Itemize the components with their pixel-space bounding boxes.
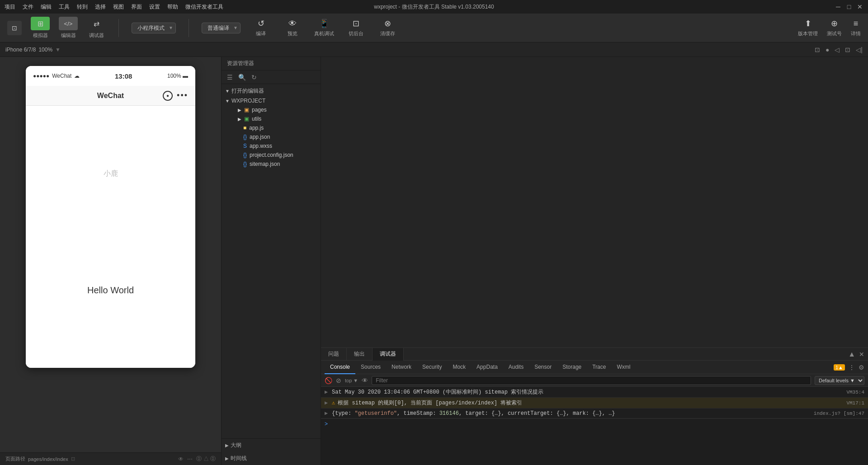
mode-selector[interactable]: 小程序模式: [132, 23, 176, 33]
phone-nav-bar: WeChat ● •••: [26, 86, 195, 106]
context-selector[interactable]: top ▼: [345, 378, 358, 383]
console-link-2[interactable]: VM17:1: [846, 400, 864, 406]
mode-selector-wrap[interactable]: 小程序模式: [132, 23, 176, 33]
back-icon[interactable]: ◁: [835, 46, 840, 53]
left-panel-icon[interactable]: ◁|: [856, 46, 863, 53]
phone-nav-title: WeChat: [97, 92, 124, 100]
wxml-tab[interactable]: Wxml: [611, 361, 636, 374]
appdata-tab[interactable]: AppData: [471, 361, 503, 374]
timeline-section[interactable]: ▶ 时间线: [222, 452, 321, 465]
appwxss-file[interactable]: S app.wxss: [222, 141, 321, 150]
clear-cache-button[interactable]: ⊗ 清缓存: [376, 19, 399, 37]
chevron-right-icon: ▶: [238, 108, 241, 113]
carrier-name: WeChat: [52, 73, 71, 79]
menu-settings[interactable]: 设置: [149, 3, 160, 11]
tab-debugger[interactable]: 调试器: [373, 348, 404, 361]
projectconfig-file[interactable]: {} project.config.json: [222, 150, 321, 160]
refresh-icon[interactable]: ↻: [250, 73, 259, 82]
device-info[interactable]: iPhone 6/7/8 100% ▼: [5, 47, 61, 53]
phone-battery: 100% ▬: [167, 73, 188, 79]
editor-button[interactable]: </> 编辑器: [59, 17, 78, 39]
tab-output[interactable]: 输出: [347, 348, 373, 361]
menu-project[interactable]: 项目: [5, 3, 15, 11]
num-value: 316146: [439, 410, 459, 417]
storage-tab[interactable]: Storage: [557, 361, 587, 374]
compile-selector-wrap[interactable]: 普通编译: [202, 23, 241, 33]
console-text-2: 根据 sitemap 的规则[0], 当前页面 [pages/index/ind…: [338, 399, 846, 407]
new-file-icon[interactable]: ☰: [225, 73, 235, 82]
minimize-button[interactable]: ─: [835, 3, 842, 10]
console-level-select[interactable]: Default levels ▼: [815, 376, 864, 385]
console-tab[interactable]: Console: [325, 361, 355, 374]
sources-tab[interactable]: Sources: [355, 361, 386, 374]
version-label: 版本管理: [798, 30, 818, 37]
sitemap-file[interactable]: {} sitemap.json: [222, 160, 321, 169]
compile-selector[interactable]: 普通编译: [202, 23, 241, 33]
menu-view[interactable]: 视图: [113, 3, 124, 11]
expand-icon-1[interactable]: ▶: [325, 389, 330, 395]
compile-button[interactable]: ↺ 编译: [250, 19, 272, 37]
menu-devtools[interactable]: 微信开发者工具: [185, 3, 223, 11]
open-editors-section[interactable]: ▼ 打开的编辑器: [222, 86, 321, 96]
menu-interface[interactable]: 界面: [131, 3, 142, 11]
window-controls[interactable]: ─ □ ✕: [835, 3, 863, 10]
device-rotate-icon[interactable]: ⊡: [815, 46, 820, 53]
security-tab[interactable]: Security: [417, 361, 447, 374]
console-filter-input[interactable]: [372, 376, 811, 385]
fullscreen-icon[interactable]: ⊡: [845, 46, 850, 53]
more-icon[interactable]: ⋯: [187, 456, 193, 462]
eye-icon[interactable]: 👁: [178, 456, 184, 462]
outline-section[interactable]: ▶ 大纲: [222, 439, 321, 452]
mock-tab[interactable]: Mock: [447, 361, 471, 374]
preview-button[interactable]: 👁 预览: [281, 19, 304, 37]
menu-tools[interactable]: 工具: [59, 3, 70, 11]
menu-edit[interactable]: 编辑: [41, 3, 52, 11]
devtools-minimize-icon[interactable]: ▲: [848, 350, 855, 358]
menu-help[interactable]: 帮助: [167, 3, 178, 11]
real-device-button[interactable]: 📱 真机调试: [313, 19, 335, 37]
trace-tab[interactable]: Trace: [587, 361, 611, 374]
utils-folder[interactable]: ▶ ▣ utils: [222, 114, 321, 123]
cutover-button[interactable]: ⊡ 切后台: [344, 19, 367, 37]
tab-issues[interactable]: 问题: [321, 348, 347, 361]
detail-button[interactable]: ≡ 详情: [851, 19, 861, 37]
file-tree-bottom: ▶ 大纲 ▶ 时间线: [222, 438, 321, 465]
audits-tab[interactable]: Audits: [503, 361, 529, 374]
debugger-button[interactable]: ⇄ 调试器: [87, 17, 106, 39]
json-file-icon-2: {}: [243, 152, 247, 158]
menu-file[interactable]: 文件: [23, 3, 33, 11]
phone-nav-dots[interactable]: •••: [177, 91, 188, 100]
clear-console-icon[interactable]: 🚫: [325, 377, 332, 384]
settings-icon[interactable]: ⚙: [859, 364, 864, 371]
copy-path-icon[interactable]: ⊡: [71, 456, 75, 462]
search-file-icon[interactable]: 🔍: [236, 73, 248, 82]
console-link-1[interactable]: VM35:4: [846, 390, 864, 395]
block-icon[interactable]: ⊘: [336, 377, 341, 384]
expand-icon-3[interactable]: ▶: [325, 410, 330, 417]
console-link-3[interactable]: index.js? [sm]:47: [814, 411, 864, 416]
wxproject-section[interactable]: ▼ WXPROJECT: [222, 96, 321, 105]
pages-folder[interactable]: ▶ ▣ pages: [222, 105, 321, 114]
expand-icon-2[interactable]: ▶: [325, 399, 330, 406]
appjson-file[interactable]: {} app.json: [222, 132, 321, 141]
test-id-button[interactable]: ⊕ 测试号: [827, 19, 842, 37]
sensor-tab[interactable]: Sensor: [529, 361, 557, 374]
simulator-frame: ●●●●● WeChat ☁ 13:08 100% ▬ WeChat ●: [0, 57, 221, 452]
menu-bar[interactable]: 项目 文件 编辑 工具 转到 选择 视图 界面 设置 帮助 微信开发者工具: [5, 3, 223, 11]
chevron-down-icon[interactable]: ▼: [55, 47, 61, 53]
appjs-file[interactable]: ■ app.js: [222, 123, 321, 132]
phone-nav-record[interactable]: ●: [163, 91, 173, 101]
menu-select[interactable]: 选择: [95, 3, 106, 11]
network-tab[interactable]: Network: [386, 361, 417, 374]
close-button[interactable]: ✕: [856, 3, 863, 10]
menu-goto[interactable]: 转到: [77, 3, 88, 11]
version-button[interactable]: ⬆ 版本管理: [798, 19, 818, 37]
eye-console-icon[interactable]: 👁: [362, 377, 368, 384]
devtools-close-icon[interactable]: ✕: [859, 351, 864, 358]
editor-icon: </>: [59, 17, 78, 30]
console-text-3: {type: "getuserinfo", timeStamp: 316146,…: [332, 410, 814, 417]
maximize-button[interactable]: □: [845, 3, 853, 10]
record-icon[interactable]: ●: [826, 46, 829, 53]
more-options-icon[interactable]: ⋮: [849, 364, 855, 371]
simulator-button[interactable]: ⊞ 模拟器: [31, 17, 50, 39]
